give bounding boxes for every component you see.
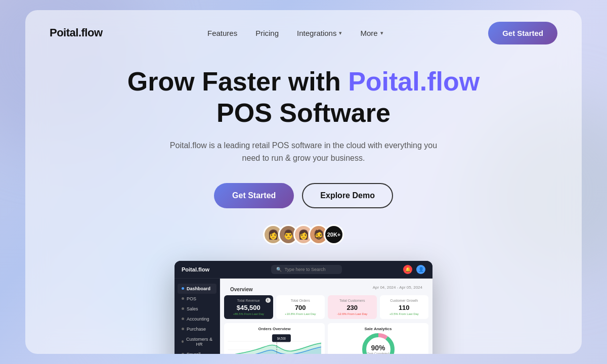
svg-text:$4,500: $4,500: [277, 337, 286, 340]
nav-cta-button[interactable]: Get Started: [488, 22, 557, 44]
db-notification-icon: 🔔: [403, 265, 412, 274]
stat-card-growth: Customer Growth 110 +0.5% From Last Day: [380, 295, 429, 319]
social-proof: 👩 👨 👩 🧔 20K+: [50, 224, 557, 245]
donut-text: 90% Task Completed: [367, 344, 389, 354]
stat-card-revenue: ℹ Total Revenue $45,500 +86.5% From Last…: [224, 295, 273, 319]
sale-analytics-chart: Sale Analytics: [328, 323, 428, 354]
logo[interactable]: Poital.flow: [50, 26, 103, 39]
sidebar-item-customers[interactable]: Customers & HR: [175, 334, 220, 349]
dashboard-card: Poital.flow 🔍 Type here to Search 🔔 👤: [175, 261, 432, 354]
db-main-content: Overview Apr 04, 2024 - Apr 05, 2024 ℹ T…: [220, 279, 432, 354]
chevron-down-icon: ▾: [380, 30, 383, 36]
hero-subtitle: Poital.flow is a leading retail POS soft…: [167, 139, 440, 165]
stat-card-customers: Total Customers 230 -12.6% From Last Day: [328, 295, 377, 319]
donut-container: 90% Task Completed: [331, 333, 425, 354]
chevron-down-icon: ▾: [339, 30, 342, 36]
sidebar-item-pos[interactable]: POS: [175, 294, 220, 304]
nav-item-more[interactable]: More ▾: [360, 29, 383, 37]
dashboard-preview: Poital.flow 🔍 Type here to Search 🔔 👤: [50, 261, 557, 354]
db-sidebar: Dashboard POS Sales Accounting: [175, 279, 220, 354]
hero-title: Grow Faster with Poital.flow POS Softwar…: [50, 66, 557, 129]
db-date-range: Apr 04, 2024 - Apr 05, 2024: [368, 285, 427, 290]
hero-cta-buttons: Get Started Explore Demo: [50, 183, 557, 208]
orders-overview-chart: Orders Overview: [224, 323, 325, 354]
avatar-group: 👩 👨 👩 🧔 20K+: [263, 224, 344, 245]
sidebar-item-payroll[interactable]: Payroll: [175, 349, 220, 354]
hero-section: Grow Faster with Poital.flow POS Softwar…: [25, 56, 582, 354]
db-overview-title: Overview: [225, 283, 257, 294]
hero-explore-demo-button[interactable]: Explore Demo: [302, 183, 393, 208]
db-stats-grid: ℹ Total Revenue $45,500 +86.5% From Last…: [220, 295, 432, 323]
sidebar-item-purchase[interactable]: Purchase: [175, 324, 220, 334]
info-icon: ℹ: [266, 298, 271, 303]
db-logo: Poital.flow: [182, 266, 209, 272]
db-search: 🔍 Type here to Search: [271, 265, 342, 274]
db-avatar-icon: 👤: [416, 265, 425, 274]
nav-links: Features Pricing Integrations ▾: [207, 29, 383, 37]
db-charts: Orders Overview: [220, 323, 432, 354]
sidebar-item-accounting[interactable]: Accounting: [175, 314, 220, 324]
nav-item-integrations[interactable]: Integrations ▾: [297, 29, 342, 37]
sidebar-item-dashboard[interactable]: Dashboard: [178, 284, 216, 294]
hero-get-started-button[interactable]: Get Started: [214, 183, 294, 208]
sidebar-item-sales[interactable]: Sales: [175, 304, 220, 314]
navbar: Poital.flow Features Pricing Integration…: [25, 10, 582, 56]
nav-item-features[interactable]: Features: [207, 29, 237, 37]
db-topbar: Poital.flow 🔍 Type here to Search 🔔 👤: [175, 261, 432, 279]
db-body: Dashboard POS Sales Accounting: [175, 279, 432, 354]
db-icons: 🔔 👤: [403, 265, 425, 274]
nav-item-pricing[interactable]: Pricing: [255, 29, 279, 37]
avatar-count: 20K+: [324, 224, 344, 245]
stat-card-orders: Total Orders 700 +10.8% From Last Day: [276, 295, 325, 319]
